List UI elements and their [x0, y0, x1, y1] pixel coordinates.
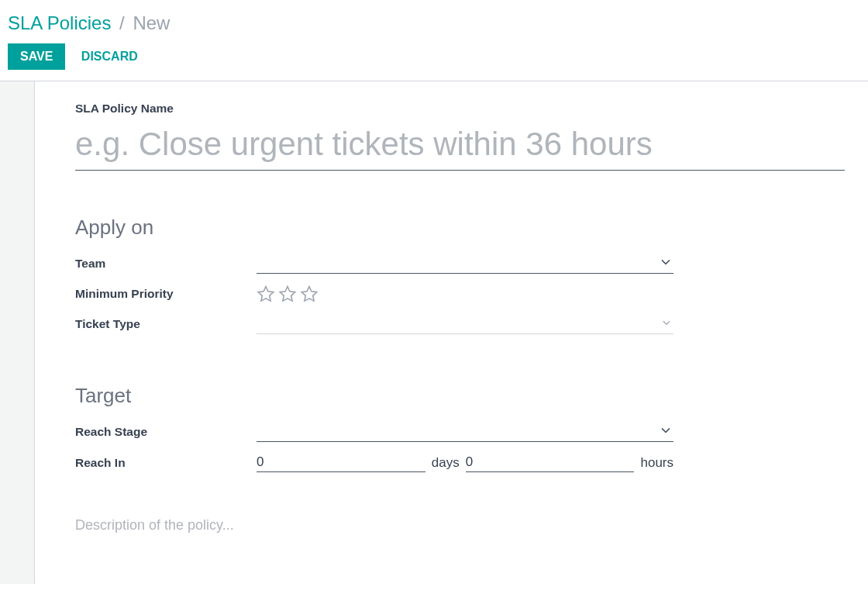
- star-2[interactable]: [278, 285, 297, 303]
- star-3[interactable]: [300, 285, 319, 303]
- discard-button[interactable]: Discard: [69, 43, 150, 70]
- priority-label: Minimum Priority: [75, 287, 257, 301]
- sheet-background: SLA Policy Name Apply on Team Minimum Pr…: [0, 81, 868, 584]
- row-reach-stage: Reach Stage: [75, 422, 845, 442]
- section-apply-on-title: Apply on: [75, 216, 845, 240]
- reach-in-days-input[interactable]: [257, 453, 425, 472]
- row-ticket-type: Ticket Type: [75, 314, 845, 334]
- reach-stage-select[interactable]: [257, 422, 673, 442]
- button-row: Save Discard: [8, 43, 860, 70]
- breadcrumb-separator: /: [119, 12, 125, 33]
- ticket-type-label: Ticket Type: [75, 317, 257, 331]
- reach-in-hours-input[interactable]: [466, 453, 635, 472]
- breadcrumb: SLA Policies / New: [8, 12, 860, 34]
- reach-stage-label: Reach Stage: [75, 425, 257, 439]
- team-label: Team: [75, 257, 257, 271]
- description-input[interactable]: [75, 514, 845, 537]
- section-target-title: Target: [75, 384, 845, 408]
- save-button[interactable]: Save: [8, 43, 65, 70]
- days-unit-label: days: [432, 455, 460, 471]
- form-sheet: SLA Policy Name Apply on Team Minimum Pr…: [34, 81, 868, 584]
- control-panel: SLA Policies / New Save Discard: [0, 0, 868, 81]
- reach-in-label: Reach In: [75, 456, 257, 470]
- priority-stars: [257, 285, 673, 303]
- team-select[interactable]: [257, 254, 673, 274]
- ticket-type-select[interactable]: [257, 314, 673, 334]
- row-priority: Minimum Priority: [75, 285, 845, 303]
- row-reach-in: Reach In days hours: [75, 453, 845, 472]
- breadcrumb-root-link[interactable]: SLA Policies: [8, 12, 111, 33]
- hours-unit-label: hours: [640, 455, 673, 471]
- sla-policy-name-input[interactable]: [75, 123, 845, 171]
- star-1[interactable]: [257, 285, 275, 303]
- name-label: SLA Policy Name: [75, 102, 845, 116]
- row-team: Team: [75, 254, 845, 274]
- breadcrumb-current: New: [133, 12, 170, 33]
